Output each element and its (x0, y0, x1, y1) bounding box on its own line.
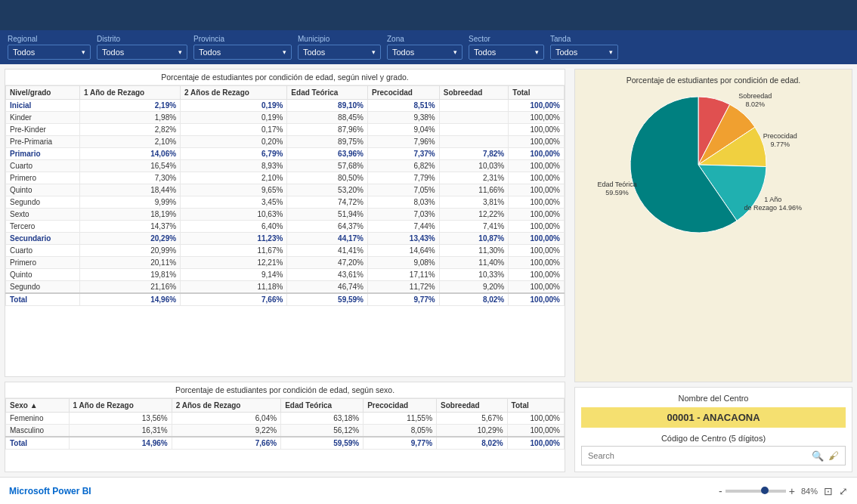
table-row: Masculino16,31%9,22%56,12%8,05%10,29%100… (6, 425, 565, 438)
pie-chart-svg: 2 Añosde Rezago 7.66%Sobreedad8.02%Preco… (592, 89, 834, 240)
filter-provincia[interactable]: Provincia Todos ▾ (193, 35, 292, 60)
chevron-down-icon: ▾ (283, 48, 286, 56)
col-total: Total (509, 86, 565, 100)
zoom-slider-thumb (761, 487, 769, 494)
chevron-down-icon: ▾ (82, 48, 85, 56)
filter-municipio-label: Municipio (298, 35, 381, 43)
filter-distrito-label: Distrito (97, 35, 187, 43)
table-row: Tercero14,37%6,40%64,37%7,44%7,41%100,00… (6, 221, 565, 233)
table-row: Total14,96%7,66%59,59%9,77%8,02%100,00% (6, 437, 565, 450)
table-row: Primero20,11%12,21%47,20%9,08%11,40%100,… (6, 257, 565, 269)
table-row: Kinder1,98%0,19%88,45%9,38%100,00% (6, 112, 565, 124)
filter-tanda-label: Tanda (550, 35, 618, 43)
centro-name: 00001 - ANACAONA (581, 407, 846, 428)
sex-table-section: Porcentaje de estudiantes por condición … (5, 382, 565, 472)
table-row: Sexto18,19%10,63%51,94%7,03%12,22%100,00… (6, 209, 565, 221)
main-table-title: Porcentaje de estudiantes por condición … (5, 70, 565, 85)
table-row: Quinto18,44%9,65%53,20%7,05%11,66%100,00… (6, 184, 565, 196)
pie-label: Precocidad9.77% (763, 132, 797, 148)
filter-regional[interactable]: Regional Todos ▾ (8, 35, 91, 60)
paint-icon: 🖌 (828, 450, 839, 462)
filter-tanda[interactable]: Tanda Todos ▾ (550, 35, 618, 60)
table-row: Cuarto16,54%8,93%57,68%6,82%10,03%100,00… (6, 160, 565, 172)
filter-distrito[interactable]: Distrito Todos ▾ (97, 35, 187, 60)
filter-sector[interactable]: Sector Todos ▾ (469, 35, 544, 60)
col-sobreedad: Sobreedad (439, 86, 509, 100)
col-sexo-rezago2: 2 Años de Rezago (172, 399, 280, 413)
filter-zona-select[interactable]: Todos ▾ (387, 45, 463, 60)
filter-distrito-select[interactable]: Todos ▾ (97, 45, 187, 60)
col-rezago1: 1 Año de Rezago (79, 86, 180, 100)
pie-label: Edad Teórica59.59% (597, 181, 636, 196)
chevron-down-icon: ▾ (453, 48, 457, 56)
col-precocidad: Precocidad (368, 86, 440, 100)
search-input[interactable] (588, 451, 807, 460)
right-panel: Porcentaje de estudiantes por condición … (570, 64, 857, 477)
table-row: Cuarto20,99%11,67%41,41%14,64%11,30%100,… (6, 245, 565, 257)
main-table: Nivel/grado 1 Año de Rezago 2 Años de Re… (5, 85, 565, 306)
search-box[interactable]: 🔍 🖌 (581, 446, 846, 465)
fit-page-icon[interactable]: ⊡ (824, 485, 833, 497)
main-table-section: Porcentaje de estudiantes por condición … (5, 69, 565, 377)
table-row: Femenino13,56%6,04%63,18%11,55%5,67%100,… (6, 413, 565, 425)
footer-controls: - + 84% ⊡ ⤢ (719, 485, 848, 497)
sex-table-header-row: Sexo ▲ 1 Año de Rezago 2 Años de Rezago … (6, 399, 565, 413)
table-row: Primero7,30%2,10%80,50%7,79%2,31%100,00% (6, 172, 565, 184)
zoom-plus-button[interactable]: + (789, 486, 795, 496)
filter-municipio[interactable]: Municipio Todos ▾ (298, 35, 381, 60)
main-table-scroll[interactable]: Nivel/grado 1 Año de Rezago 2 Años de Re… (5, 85, 565, 376)
filter-bar: Regional Todos ▾ Distrito Todos ▾ Provin… (0, 30, 857, 64)
zoom-value: 84% (801, 487, 818, 496)
col-sexo-rezago1: 1 Año de Rezago (69, 399, 172, 413)
chevron-down-icon: ▾ (535, 48, 539, 56)
table-row: Total14,96%7,66%59,59%9,77%8,02%100,00% (6, 293, 565, 306)
top-bar (0, 0, 857, 30)
chevron-down-icon: ▾ (178, 48, 182, 56)
col-nivel: Nivel/grado (6, 86, 80, 100)
filter-regional-select[interactable]: Todos ▾ (8, 45, 91, 60)
search-icon: 🔍 (812, 450, 824, 462)
filter-municipio-select[interactable]: Todos ▾ (298, 45, 381, 60)
filter-provincia-label: Provincia (193, 35, 292, 43)
powerbi-logo[interactable]: Microsoft Power BI (9, 486, 91, 496)
filter-sector-label: Sector (469, 35, 544, 43)
table-header-row: Nivel/grado 1 Año de Rezago 2 Años de Re… (6, 86, 565, 100)
col-rezago2: 2 Años de Rezago (181, 86, 287, 100)
footer: Microsoft Power BI - + 84% ⊡ ⤢ (0, 477, 857, 504)
table-row: Primario14,06%6,79%63,96%7,37%7,82%100,0… (6, 148, 565, 160)
chevron-down-icon: ▾ (372, 48, 376, 56)
pie-label: Sobreedad8.02% (738, 92, 772, 108)
pie-title: Porcentaje de estudiantes por condición … (627, 76, 801, 85)
filter-tanda-select[interactable]: Todos ▾ (550, 45, 618, 60)
sex-table: Sexo ▲ 1 Año de Rezago 2 Años de Rezago … (5, 398, 565, 450)
filter-sector-select[interactable]: Todos ▾ (469, 45, 544, 60)
content-area: Porcentaje de estudiantes por condición … (0, 64, 857, 477)
filter-regional-label: Regional (8, 35, 91, 43)
table-row: Segundo21,16%11,18%46,74%11,72%9,20%100,… (6, 281, 565, 294)
expand-icon[interactable]: ⤢ (839, 485, 848, 497)
centro-section: Nombre del Centro 00001 - ANACAONA Códig… (574, 387, 852, 472)
codigo-title: Código de Centro (5 dígitos) (581, 434, 846, 443)
col-sexo-sobreedad: Sobreedad (437, 399, 508, 413)
pie-section: Porcentaje de estudiantes por condición … (574, 69, 852, 382)
table-row: Pre-Kinder2,82%0,17%87,96%9,04%100,00% (6, 124, 565, 136)
zoom-minus-button[interactable]: - (719, 486, 722, 496)
chevron-down-icon: ▾ (609, 48, 613, 56)
zoom-control: - + 84% (719, 486, 818, 496)
filter-provincia-select[interactable]: Todos ▾ (193, 45, 292, 60)
col-sexo-precocidad: Precocidad (364, 399, 437, 413)
table-row: Quinto19,81%9,14%43,61%17,11%10,33%100,0… (6, 269, 565, 281)
table-row: Segundo9,99%3,45%74,72%8,03%3,81%100,00% (6, 196, 565, 209)
sex-table-title: Porcentaje de estudiantes por condición … (5, 382, 565, 398)
col-teorica: Edad Teórica (287, 86, 368, 100)
filter-zona-label: Zona (387, 35, 463, 43)
table-row: Inicial2,19%0,19%89,10%8,51%100,00% (6, 100, 565, 112)
filter-zona[interactable]: Zona Todos ▾ (387, 35, 463, 60)
centro-title: Nombre del Centro (581, 394, 846, 403)
table-row: Secundario20,29%11,23%44,17%13,43%10,87%… (6, 233, 565, 245)
col-sexo-teorica: Edad Teórica (281, 399, 364, 413)
col-sexo: Sexo ▲ (6, 399, 70, 413)
left-panel: Porcentaje de estudiantes por condición … (0, 64, 570, 477)
col-sexo-total: Total (507, 399, 564, 413)
zoom-slider[interactable] (726, 490, 786, 493)
